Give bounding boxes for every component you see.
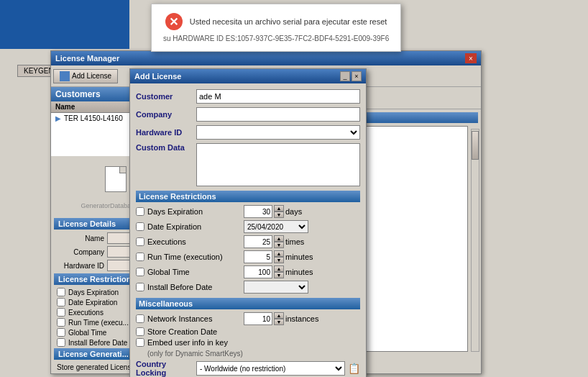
country-locking-row: Country Locking - Worldwide (no restrict…	[136, 360, 360, 377]
executions-spin-up[interactable]: ▲	[274, 235, 284, 242]
customer-field-row: Customer	[136, 89, 360, 104]
executions-checkbox[interactable]	[57, 308, 65, 317]
customer-field-input[interactable]	[196, 89, 360, 104]
install-before-label: Install Before Date	[68, 339, 127, 347]
dialog-date-exp-checkbox[interactable]	[136, 222, 144, 231]
date-exp-checkbox[interactable]	[57, 298, 65, 306]
license-manager-titlebar: License Manager ×	[51, 51, 481, 65]
run-time-label: Run Time (execu...	[68, 319, 129, 327]
network-instances-spin-up[interactable]: ▲	[274, 312, 284, 319]
add-license-dialog: Add License _ × Customer Company	[129, 68, 367, 377]
dialog-days-exp-checkbox[interactable]	[136, 207, 144, 216]
dialog-days-exp-label: Days Expiration	[147, 207, 241, 216]
keygen-label: KEYGEN	[24, 67, 54, 75]
dialog-restrictions-header: License Restrictions	[136, 191, 360, 202]
dialog-misc-header: Miscellaneous	[136, 298, 360, 309]
dialog-global-time-checkbox[interactable]	[136, 268, 144, 276]
days-exp-checkbox[interactable]	[57, 288, 65, 296]
error-dialog[interactable]: ✕ Usted necesita un archivo serial para …	[151, 4, 401, 52]
dialog-network-instances-label: Network Instances	[147, 314, 241, 323]
dialog-content: Customer Company Hardware ID Custom Data	[130, 83, 366, 377]
global-time-value-input[interactable]	[244, 265, 272, 278]
dialog-run-time-checkbox[interactable]	[136, 253, 144, 261]
global-time-spinbox-arrows: ▲ ▼	[274, 265, 284, 278]
dialog-title-icons: _ ×	[340, 71, 362, 81]
date-exp-label: Date Expiration	[68, 299, 117, 306]
days-spinbox: ▲ ▼ days	[244, 205, 302, 218]
dialog-embed-checkbox[interactable]	[136, 338, 144, 347]
dialog-store-creation-checkbox[interactable]	[136, 327, 144, 336]
dialog-close-button[interactable]: ×	[352, 71, 362, 81]
date-select[interactable]: 25/04/2020	[244, 220, 308, 233]
run-time-value-input[interactable]	[244, 250, 272, 263]
network-instances-spinbox: ▲ ▼ instances	[244, 312, 318, 325]
dialog-embed-row: Embed user info in key (only for Dynamic…	[136, 338, 360, 358]
dialog-store-creation-label: Store Creation Date	[147, 327, 241, 336]
days-exp-label: Days Expiration	[68, 289, 119, 296]
dialog-network-instances-checkbox[interactable]	[136, 314, 144, 323]
hardware-scrollbar[interactable]	[471, 129, 479, 352]
install-before-checkbox[interactable]	[57, 338, 65, 347]
dialog-global-time-label: Global Time	[147, 268, 241, 276]
run-time-checkbox[interactable]	[57, 318, 65, 327]
country-locking-icon[interactable]: 📋	[348, 363, 360, 374]
company-field-input[interactable]	[196, 107, 360, 122]
dialog-date-exp-row: Date Expiration 25/04/2020	[136, 220, 360, 233]
days-spin-down[interactable]: ▼	[274, 212, 284, 218]
executions-unit: times	[285, 237, 304, 246]
store-label: Store generated Licens...	[57, 363, 137, 371]
dialog-global-time-row: Global Time ▲ ▼ minutes	[136, 265, 360, 278]
dialog-embed-label: Embed user info in key	[147, 338, 241, 347]
add-license-icon	[60, 71, 70, 81]
hardware-id-label: Hardware ID	[54, 262, 104, 270]
global-time-spin-up[interactable]: ▲	[274, 265, 284, 272]
network-instances-value-input[interactable]	[244, 312, 272, 325]
install-before-select[interactable]	[244, 281, 308, 294]
dialog-install-before-row: Install Before Date	[136, 281, 360, 294]
executions-value-input[interactable]	[244, 235, 272, 248]
name-label: Name	[54, 235, 104, 242]
dialog-run-time-row: Run Time (execution) ▲ ▼ minutes	[136, 250, 360, 263]
executions-label: Executions	[68, 309, 104, 317]
custom-data-textarea[interactable]	[196, 143, 360, 186]
run-time-spin-down[interactable]: ▼	[274, 257, 284, 263]
network-instances-spinbox-arrows: ▲ ▼	[274, 312, 284, 325]
dialog-executions-checkbox[interactable]	[136, 237, 144, 246]
global-time-label: Global Time	[68, 329, 106, 337]
customers-title: Customers	[55, 89, 101, 99]
dialog-days-exp-row: Days Expiration ▲ ▼ days	[136, 205, 360, 218]
license-manager-close-button[interactable]: ×	[465, 53, 477, 63]
days-value-input[interactable]	[244, 205, 272, 218]
error-icon: ✕	[165, 13, 183, 30]
dialog-minimize-button[interactable]: _	[340, 71, 350, 81]
error-row: ✕ Usted necesita un archivo serial para …	[165, 13, 387, 30]
dialog-executions-label: Executions	[147, 237, 241, 246]
arrow-icon: ▶	[55, 114, 61, 122]
dialog-network-instances-row: Network Instances ▲ ▼ instances	[136, 312, 360, 325]
country-locking-select[interactable]: - Worldwide (no restriction)	[196, 361, 345, 376]
add-license-titlebar: Add License _ ×	[130, 69, 366, 83]
embed-sub-label: (only for Dynamic SmartKeys)	[136, 350, 360, 358]
company-field-label: Company	[136, 110, 193, 119]
country-locking-label: Country Locking	[136, 360, 193, 377]
days-spinbox-arrows: ▲ ▼	[274, 205, 284, 218]
dialog-executions-row: Executions ▲ ▼ times	[136, 235, 360, 248]
run-time-unit: minutes	[285, 253, 313, 261]
company-field-row: Company	[136, 107, 360, 122]
network-instances-spin-down[interactable]: ▼	[274, 319, 284, 325]
dialog-store-creation-row: Store Creation Date	[136, 327, 360, 336]
document-icon	[105, 166, 127, 192]
run-time-spin-up[interactable]: ▲	[274, 250, 284, 257]
executions-spin-down[interactable]: ▼	[274, 242, 284, 248]
add-license-btn-label: Add License	[72, 72, 111, 80]
scroll-thumb	[472, 131, 479, 160]
global-time-spin-down[interactable]: ▼	[274, 272, 284, 278]
add-license-toolbar-button[interactable]: Add License	[53, 69, 118, 83]
hardware-id-dialog-select[interactable]	[196, 125, 360, 140]
customer-field-label: Customer	[136, 92, 193, 101]
global-time-checkbox[interactable]	[57, 328, 65, 337]
error-line2: su HARDWARE ID ES:1057-937C-9E35-7FC2-BD…	[163, 35, 389, 42]
dialog-install-before-checkbox[interactable]	[136, 283, 144, 291]
run-time-spinbox: ▲ ▼ minutes	[244, 250, 313, 263]
days-spin-up[interactable]: ▲	[274, 205, 284, 212]
